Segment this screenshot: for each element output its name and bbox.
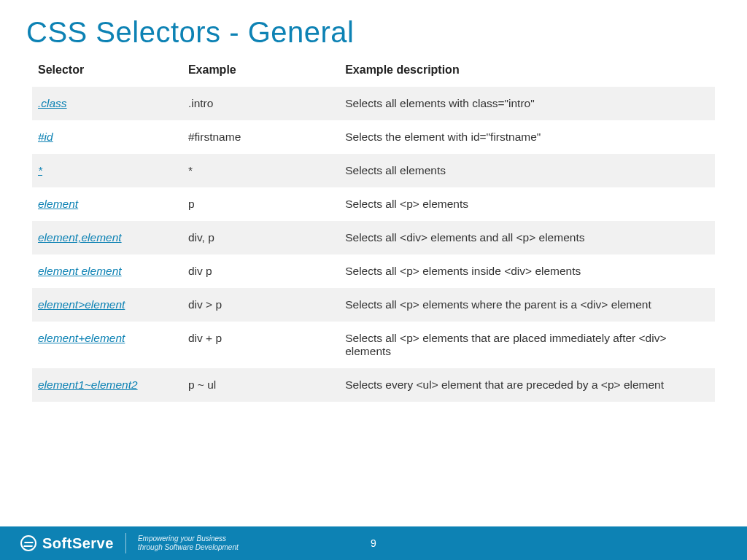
slide-title: CSS Selectors - General: [0, 0, 747, 56]
tagline-line-1: Empowering your Business: [138, 534, 239, 543]
table-row: #id #firstname Selects the element with …: [32, 120, 715, 154]
table-row: element>element div > p Selects all <p> …: [32, 288, 715, 322]
example-cell: div + p: [182, 322, 339, 368]
brand-tagline: Empowering your Business through Softwar…: [138, 534, 239, 552]
table-row: element+element div + p Selects all <p> …: [32, 322, 715, 368]
slide: CSS Selectors - General Selector Example…: [0, 0, 747, 560]
content-area: Selector Example Example description .cl…: [0, 56, 747, 402]
example-cell: p: [182, 187, 339, 221]
selector-link[interactable]: .class: [38, 97, 67, 109]
table-row: element1~element2 p ~ ul Selects every <…: [32, 368, 715, 402]
example-cell: #firstname: [182, 120, 339, 154]
table-header-row: Selector Example Example description: [32, 56, 715, 87]
example-cell: div > p: [182, 288, 339, 322]
table-row: element,element div, p Selects all <div>…: [32, 221, 715, 254]
selector-link[interactable]: *: [38, 164, 42, 176]
example-cell: .intro: [182, 87, 339, 120]
selector-link[interactable]: element element: [38, 265, 122, 277]
description-cell: Selects the element with id="firstname": [339, 120, 715, 154]
description-cell: Selects all elements with class="intro": [339, 87, 715, 120]
selectors-table: Selector Example Example description .cl…: [32, 56, 715, 402]
example-cell: div p: [182, 254, 339, 288]
example-cell: *: [182, 154, 339, 187]
description-cell: Selects all <p> elements: [339, 187, 715, 221]
table-row: .class .intro Selects all elements with …: [32, 87, 715, 120]
slide-footer: SoftServe Empowering your Business throu…: [0, 526, 747, 560]
tagline-line-2: through Software Development: [138, 543, 239, 552]
table-row: * * Selects all elements: [32, 154, 715, 187]
col-header-selector: Selector: [32, 56, 182, 87]
col-header-description: Example description: [339, 56, 715, 87]
selector-link[interactable]: element>element: [38, 298, 125, 311]
selector-link[interactable]: #id: [38, 131, 53, 143]
softserve-logo-icon: [20, 535, 36, 551]
description-cell: Selects all <p> elements that are placed…: [339, 322, 715, 368]
example-cell: div, p: [182, 221, 339, 254]
selector-link[interactable]: element+element: [38, 332, 125, 344]
page-number: 9: [371, 537, 376, 549]
description-cell: Selects all <p> elements where the paren…: [339, 288, 715, 322]
table-row: element element div p Selects all <p> el…: [32, 254, 715, 288]
selector-link[interactable]: element: [38, 198, 78, 210]
description-cell: Selects all <p> elements inside <div> el…: [339, 254, 715, 288]
col-header-example: Example: [182, 56, 339, 87]
footer-divider: [125, 533, 126, 553]
selector-link[interactable]: element,element: [38, 231, 122, 244]
description-cell: Selects all <div> elements and all <p> e…: [339, 221, 715, 254]
selector-link[interactable]: element1~element2: [38, 378, 138, 391]
table-row: element p Selects all <p> elements: [32, 187, 715, 221]
description-cell: Selects every <ul> element that are prec…: [339, 368, 715, 402]
brand-name: SoftServe: [42, 535, 114, 552]
brand-block: SoftServe: [0, 535, 114, 552]
description-cell: Selects all elements: [339, 154, 715, 187]
example-cell: p ~ ul: [182, 368, 339, 402]
